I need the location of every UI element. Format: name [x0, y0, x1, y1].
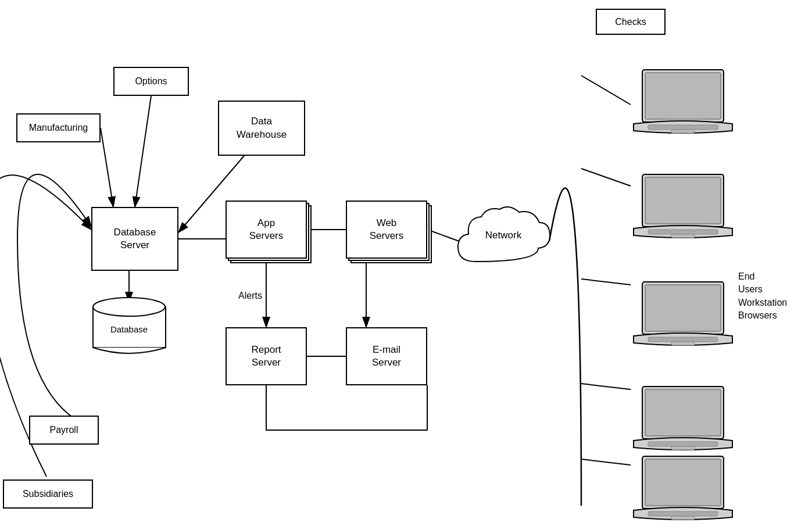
data-warehouse-node: DataWarehouse [218, 101, 305, 156]
svg-text:Network: Network [485, 230, 522, 241]
svg-rect-31 [645, 285, 721, 331]
svg-rect-36 [648, 442, 718, 446]
svg-rect-32 [648, 337, 718, 342]
svg-rect-24 [648, 125, 718, 130]
svg-rect-39 [645, 459, 721, 506]
svg-rect-33 [671, 342, 695, 345]
options-node: Options [113, 67, 189, 96]
laptop-4 [631, 384, 735, 461]
checks-node: Checks [596, 9, 666, 35]
web-servers-label: WebServers [370, 217, 404, 242]
svg-text:Database: Database [110, 324, 148, 334]
svg-rect-29 [671, 234, 695, 238]
database-cylinder: Database [90, 296, 169, 355]
laptop-5 [631, 453, 735, 526]
payroll-label: Payroll [50, 424, 78, 436]
checks-label: Checks [615, 17, 646, 27]
svg-line-13 [581, 169, 631, 186]
svg-rect-37 [671, 446, 695, 450]
web-servers-node: WebServers [346, 201, 427, 259]
email-server-node: E-mailServer [346, 327, 427, 385]
report-server-label: ReportServer [251, 343, 281, 369]
svg-line-15 [581, 384, 631, 389]
svg-rect-40 [648, 511, 718, 516]
subsidiaries-node: Subsidiaries [3, 480, 93, 509]
svg-rect-28 [648, 230, 718, 234]
network-cloud: Network [452, 201, 554, 279]
svg-point-19 [93, 298, 165, 316]
svg-line-14 [581, 279, 631, 285]
svg-line-12 [581, 76, 631, 105]
data-warehouse-label: DataWarehouse [237, 115, 287, 141]
database-server-label: DatabaseServer [114, 226, 156, 252]
alerts-label: Alerts [238, 291, 262, 301]
svg-rect-23 [645, 73, 721, 119]
email-server-label: E-mailServer [372, 343, 401, 369]
payroll-node: Payroll [29, 416, 99, 445]
end-users-label: EndUsersWorkstationBrowsers [738, 270, 787, 323]
app-servers-label: AppServers [249, 217, 284, 242]
svg-line-3 [101, 128, 113, 207]
report-server-node: ReportServer [226, 327, 307, 385]
svg-rect-27 [645, 177, 721, 224]
laptop-3 [631, 279, 735, 357]
svg-rect-41 [671, 516, 695, 520]
svg-rect-25 [671, 130, 695, 133]
manufacturing-node: Manufacturing [16, 113, 101, 142]
app-servers-node: AppServers [226, 201, 307, 259]
options-label: Options [135, 76, 167, 88]
manufacturing-label: Manufacturing [29, 122, 88, 134]
laptop-1 [631, 67, 735, 145]
svg-line-16 [581, 459, 631, 465]
laptop-2 [631, 171, 735, 249]
database-server-node: DatabaseServer [91, 207, 178, 271]
subsidiaries-label: Subsidiaries [23, 488, 73, 500]
svg-rect-35 [645, 389, 721, 436]
svg-line-2 [135, 96, 151, 207]
